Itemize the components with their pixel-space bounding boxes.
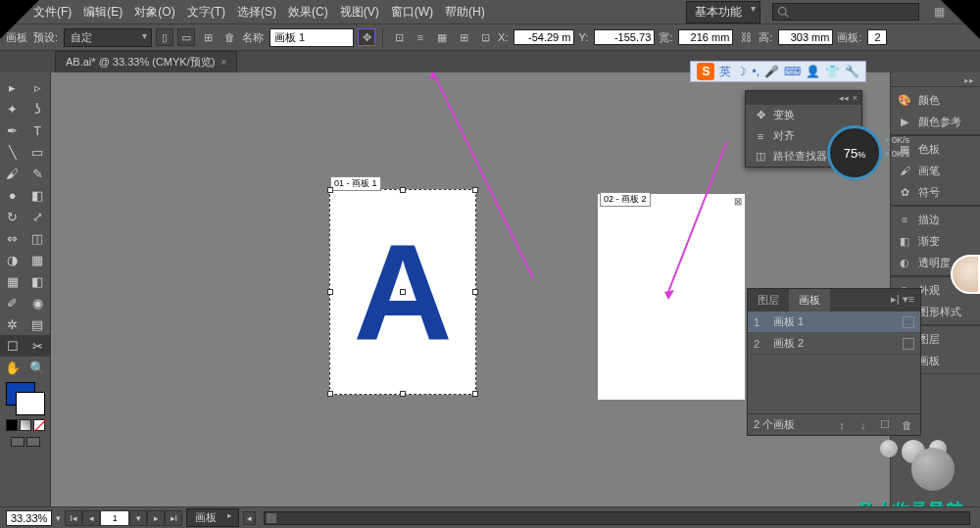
prev-page-icon[interactable]: ◂ bbox=[82, 510, 100, 526]
menu-effect[interactable]: 效果(C) bbox=[288, 4, 328, 21]
menu-window[interactable]: 窗口(W) bbox=[391, 4, 433, 21]
resize-handle[interactable] bbox=[327, 391, 333, 397]
shape-builder-icon[interactable]: ◑ bbox=[0, 249, 25, 270]
ime-lang[interactable]: 英 bbox=[719, 64, 731, 80]
first-page-icon[interactable]: I◂ bbox=[65, 510, 82, 526]
move-down-icon[interactable]: ↓ bbox=[856, 418, 871, 432]
menu-edit[interactable]: 编辑(E) bbox=[83, 4, 122, 21]
w-input[interactable]: 216 mm bbox=[678, 29, 733, 45]
landscape-icon[interactable]: ▭ bbox=[177, 28, 195, 46]
artboard-options-icon[interactable] bbox=[903, 338, 914, 350]
portrait-icon[interactable]: ▯ bbox=[156, 28, 173, 46]
resize-handle[interactable] bbox=[472, 391, 478, 397]
search-input[interactable] bbox=[772, 3, 919, 21]
rect-tool-icon[interactable]: ▭ bbox=[25, 141, 51, 163]
full-screen-icon[interactable] bbox=[26, 437, 40, 447]
brush-tool-icon[interactable]: 🖌 bbox=[0, 163, 25, 184]
panel-color-guide[interactable]: ▶颜色参考 bbox=[891, 111, 980, 132]
new-artboard-icon[interactable]: ☐ bbox=[877, 418, 893, 432]
document-tab[interactable]: AB.ai* @ 33.33% (CMYK/预览) × bbox=[55, 51, 237, 72]
h-input[interactable]: 303 mm bbox=[778, 29, 833, 45]
resize-handle[interactable] bbox=[472, 289, 478, 295]
workspace-switcher[interactable]: 基本功能 bbox=[686, 1, 760, 24]
menu-help[interactable]: 帮助(H) bbox=[445, 4, 485, 21]
artboard-list-item[interactable]: 1 画板 1 bbox=[748, 312, 920, 333]
menu-view[interactable]: 视图(V) bbox=[340, 4, 379, 21]
page-input[interactable]: 1 bbox=[100, 510, 129, 526]
ime-keyboard-icon[interactable]: ⌨ bbox=[784, 65, 801, 78]
zoom-dropdown-icon[interactable]: ▾ bbox=[56, 513, 61, 523]
preset-select[interactable]: 自定 bbox=[64, 28, 152, 47]
refpoint-grid-icon[interactable]: ⊡ bbox=[476, 28, 494, 46]
close-icon[interactable]: × bbox=[853, 93, 858, 103]
pencil-tool-icon[interactable]: ✎ bbox=[25, 163, 51, 184]
eraser-tool-icon[interactable]: ◧ bbox=[25, 184, 51, 206]
center-handle[interactable] bbox=[400, 289, 406, 295]
status-tool-select[interactable]: 画板 bbox=[186, 508, 239, 527]
zoom-input[interactable]: 33.33% bbox=[6, 510, 52, 526]
ref-point-icon[interactable]: ⊡ bbox=[390, 28, 408, 46]
color-fill-icon[interactable] bbox=[6, 419, 18, 431]
ime-wrench-icon[interactable]: 🔧 bbox=[845, 65, 859, 78]
close-tab-icon[interactable]: × bbox=[220, 57, 226, 68]
scroll-left-icon[interactable]: ◂ bbox=[243, 511, 256, 525]
resize-handle[interactable] bbox=[472, 187, 478, 193]
align-icon[interactable]: ≡ bbox=[412, 28, 429, 46]
ime-comma-icon[interactable]: •, bbox=[752, 65, 760, 78]
blob-tool-icon[interactable]: ● bbox=[0, 184, 25, 206]
width-tool-icon[interactable]: ⇔ bbox=[0, 227, 25, 249]
type-tool-icon[interactable]: T bbox=[25, 120, 51, 141]
artboard-list-item[interactable]: 2 画板 2 bbox=[748, 333, 920, 355]
stroke-swatch[interactable] bbox=[16, 392, 45, 415]
new-artboard-icon[interactable]: ⊞ bbox=[199, 28, 217, 46]
grid-icon[interactable]: ⊞ bbox=[455, 28, 472, 46]
resize-handle[interactable] bbox=[400, 187, 406, 193]
x-input[interactable]: -54.29 m bbox=[514, 29, 574, 45]
pen-tool-icon[interactable]: ✒ bbox=[0, 120, 25, 141]
link-wh-icon[interactable]: ⛓ bbox=[737, 28, 755, 46]
selection-tool-icon[interactable]: ▸ bbox=[0, 76, 25, 98]
menu-select[interactable]: 选择(S) bbox=[237, 4, 276, 21]
magic-wand-tool-icon[interactable]: ✦ bbox=[0, 98, 25, 120]
scale-tool-icon[interactable]: ⤢ bbox=[25, 206, 51, 227]
mesh-tool-icon[interactable]: ▦ bbox=[0, 270, 25, 292]
ime-toolbar[interactable]: S 英 ☽ •, 🎤 ⌨ 👤 👕 🔧 bbox=[690, 61, 866, 82]
resize-handle[interactable] bbox=[327, 289, 333, 295]
artboard-2-close-icon[interactable]: ⊠ bbox=[734, 196, 742, 207]
ime-mic-icon[interactable]: 🎤 bbox=[764, 65, 779, 78]
blend-tool-icon[interactable]: ◉ bbox=[25, 292, 51, 313]
eyedropper-tool-icon[interactable]: ✐ bbox=[0, 292, 25, 313]
panel-stroke[interactable]: ≡描边 bbox=[891, 209, 980, 230]
tab-artboards[interactable]: 画板 bbox=[789, 289, 830, 312]
move-art-icon[interactable]: ✥ bbox=[358, 28, 375, 46]
panel-item-transform[interactable]: ✥变换 bbox=[746, 105, 861, 125]
panel-symbols[interactable]: ✿符号 bbox=[891, 181, 980, 203]
lasso-tool-icon[interactable]: ʖ bbox=[25, 98, 51, 120]
artboards-count[interactable]: 2 bbox=[867, 29, 887, 45]
scrollbar-thumb[interactable] bbox=[267, 513, 276, 523]
zoom-tool-icon[interactable]: 🔍 bbox=[25, 357, 51, 378]
resize-handle[interactable] bbox=[400, 391, 406, 397]
artboard-name-input[interactable]: 画板 1 bbox=[270, 28, 354, 47]
h-scrollbar[interactable] bbox=[264, 511, 970, 525]
delete-artboard-icon[interactable]: 🗑 bbox=[899, 418, 914, 432]
direct-select-tool-icon[interactable]: ▹ bbox=[25, 76, 51, 98]
resize-handle[interactable] bbox=[327, 187, 333, 193]
perspective-tool-icon[interactable]: ▦ bbox=[25, 249, 51, 270]
artboards-panel[interactable]: 图层 画板 ▸| ▾≡ 1 画板 1 2 画板 2 2 个画板 ↕ ↓ ☐ 🗑 bbox=[747, 288, 921, 436]
panel-options-icon[interactable]: ▸| ▾≡ bbox=[885, 289, 920, 312]
artboard-1[interactable]: 01 - 画板 1 A bbox=[329, 189, 476, 395]
network-gauge[interactable]: 75% bbox=[827, 125, 882, 180]
rotate-tool-icon[interactable]: ↻ bbox=[0, 206, 25, 227]
hand-tool-icon[interactable]: ✋ bbox=[0, 357, 25, 378]
panel-gradient[interactable]: ◧渐变 bbox=[891, 230, 980, 252]
artboard-options-icon[interactable] bbox=[903, 316, 914, 328]
delete-artboard-icon[interactable]: 🗑 bbox=[220, 28, 238, 46]
gradient-tool-icon[interactable]: ◧ bbox=[25, 270, 51, 292]
options-icon[interactable]: ▦ bbox=[433, 28, 451, 46]
move-up-icon[interactable]: ↕ bbox=[834, 418, 850, 432]
next-page-icon[interactable]: ▸ bbox=[147, 510, 165, 526]
slice-tool-icon[interactable]: ✂ bbox=[25, 335, 51, 357]
last-page-icon[interactable]: ▸I bbox=[165, 510, 182, 526]
line-tool-icon[interactable]: ╲ bbox=[0, 141, 25, 163]
